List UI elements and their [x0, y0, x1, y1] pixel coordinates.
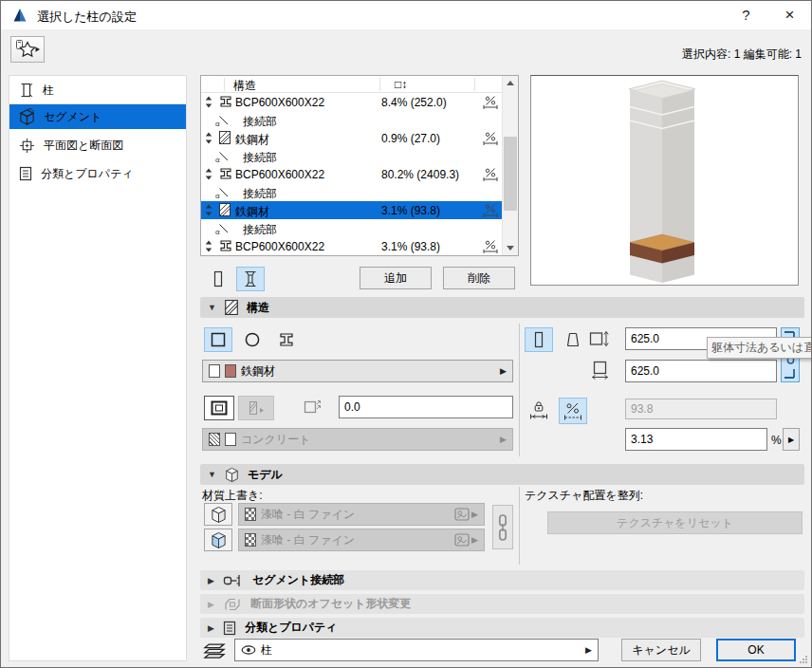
veneer-ring-icon — [210, 399, 229, 417]
surface-picker: ▶ — [454, 533, 478, 547]
surface-side-button[interactable] — [204, 529, 232, 551]
close-button[interactable]: × — [768, 1, 811, 29]
layer-value: 柱 — [261, 642, 272, 659]
reorder-handle-icon — [205, 132, 212, 144]
collapse-closed-icon: ▶ — [208, 576, 214, 585]
column-header-length-icon: □↕ — [395, 78, 407, 91]
segment-row[interactable]: BCP600X600X22 80.2% (2409.3) — [201, 165, 502, 183]
sidebar-item-label: 分類とプロパティ — [41, 166, 134, 182]
structure-section-header[interactable]: ▼ 構造 — [200, 297, 804, 318]
dropdown-arrow-icon: ▶ — [500, 435, 507, 444]
core-height-dim-icon — [589, 330, 610, 347]
surface-top-dropdown[interactable]: 漆喰 - 白 ファイン ▶ — [238, 503, 485, 526]
dropdown-arrow-icon: ▶ — [471, 510, 478, 519]
reorder-handle-icon — [205, 168, 212, 180]
percent-dimension-icon — [483, 131, 498, 145]
column-type-flared-toggle[interactable] — [236, 267, 265, 291]
core-color-swatch — [225, 433, 236, 446]
veneer-toggle-button[interactable] — [204, 396, 234, 420]
texture-align-label: テクスチャ配置を整列: — [525, 488, 643, 504]
joint-row[interactable]: 接続部 — [201, 183, 502, 201]
delete-segment-button[interactable]: 削除 — [443, 267, 515, 289]
lock-dimension-icon — [529, 401, 548, 420]
scroll-thumb[interactable] — [504, 137, 517, 211]
dialog-title: 選択した柱の設定 — [37, 9, 137, 26]
help-button[interactable]: ? — [725, 1, 767, 29]
percent-length-input[interactable] — [625, 428, 767, 451]
surface-picker: ▶ — [454, 508, 478, 521]
panel-segment-joint[interactable]: ▶ セグメント接続部 — [200, 570, 804, 590]
joint-row[interactable]: 接続部 — [201, 219, 502, 237]
sidebar-item-segment[interactable]: セグメント — [9, 104, 186, 129]
segment-name: 鉄鋼材 — [235, 204, 269, 220]
segment-box-icon — [19, 108, 35, 126]
picture-icon — [454, 533, 470, 547]
joint-row[interactable]: 接続部 — [201, 147, 502, 165]
core-material-dropdown[interactable]: コンクリート ▶ — [202, 428, 513, 451]
building-material-dropdown[interactable]: 鉄鋼材 ▶ — [202, 360, 513, 382]
column-3d-preview[interactable] — [530, 75, 799, 286]
segment-ratio: 3.1% (93.8) — [381, 204, 440, 217]
segment-table: 構造 □↕ BCP600X600X22 8.4% (252.0) 接続部 鉄鋼材… — [200, 75, 519, 256]
collapse-closed-icon: ▶ — [208, 623, 214, 633]
cancel-button[interactable]: キャンセル — [621, 639, 701, 661]
collapse-open-icon: ▼ — [208, 470, 216, 479]
scroll-down-arrow[interactable] — [503, 241, 518, 255]
reorder-handle-icon — [205, 240, 212, 252]
shape-square-toggle[interactable] — [204, 327, 232, 352]
veneer-offset-input[interactable] — [339, 396, 513, 418]
column-straight-toggle[interactable] — [525, 327, 553, 352]
shape-circle-toggle[interactable] — [238, 327, 267, 352]
panel-profile-offset[interactable]: ▶ 断面形状のオフセット形状変更 — [200, 594, 804, 614]
segment-row[interactable]: BCP600X600X22 3.1% (93.8) — [201, 237, 502, 255]
sidebar-item-plan-section[interactable]: 平面図と断面図 — [9, 133, 186, 158]
resize-grip[interactable] — [799, 655, 808, 664]
structure-section-title: 構造 — [247, 300, 269, 316]
collapse-open-icon: ▼ — [208, 303, 216, 312]
segment-row-selected[interactable]: 鉄鋼材 3.1% (93.8) — [201, 201, 502, 219]
panel-classification[interactable]: ▶ 分類とプロパティ — [200, 618, 804, 638]
selection-info: 選択内容: 1 編集可能: 1 — [682, 46, 802, 63]
surface-top-button[interactable] — [204, 503, 232, 526]
segment-ratio: 8.4% (252.0) — [381, 96, 447, 109]
material-override-label: 材質上書き: — [202, 488, 263, 504]
collapse-closed-icon: ▶ — [208, 600, 214, 609]
fixed-length-toggle[interactable] — [525, 398, 553, 424]
reset-texture-button[interactable]: テクスチャをリセット — [547, 511, 803, 534]
segment-ratio: 80.2% (2409.3) — [381, 168, 459, 181]
percent-options-button[interactable]: ▶ — [783, 428, 800, 451]
document-lines-icon — [19, 166, 32, 181]
segment-row[interactable]: BCP600X600X22 8.4% (252.0) — [201, 93, 502, 111]
ibeam-shape-icon — [278, 331, 295, 348]
percent-length-toggle[interactable] — [559, 398, 587, 424]
segment-table-header: 構造 □↕ — [201, 76, 502, 93]
column-type-simple-toggle[interactable] — [204, 267, 232, 291]
ok-button[interactable]: OK — [716, 639, 796, 661]
surface-checker-swatch — [245, 508, 256, 521]
sidebar-item-label: 平面図と断面図 — [44, 138, 123, 154]
table-scrollbar[interactable] — [502, 76, 518, 255]
panel-title: 分類とプロパティ — [245, 620, 338, 636]
header-separator — [224, 78, 225, 91]
layers-icon — [202, 640, 227, 660]
core-width-input[interactable] — [625, 360, 777, 382]
segment-row[interactable]: 鉄鋼材 0.9% (27.0) — [201, 129, 502, 147]
favorites-button[interactable] — [10, 36, 45, 63]
sidebar-item-classification[interactable]: 分類とプロパティ — [9, 161, 186, 186]
sidebar-item-column[interactable]: 柱 — [9, 78, 186, 102]
panel-title: 断面形状のオフセット形状変更 — [250, 596, 412, 612]
add-segment-button[interactable]: 追加 — [360, 267, 432, 289]
profile-icon — [219, 95, 232, 108]
veneer-offset-icon — [303, 398, 322, 415]
model-section-header[interactable]: ▼ モデル — [200, 464, 804, 485]
scroll-up-arrow[interactable] — [503, 76, 518, 90]
shape-profile-toggle[interactable] — [272, 327, 301, 352]
column-tapered-toggle[interactable] — [559, 327, 587, 352]
joint-row[interactable]: 接続部 — [201, 111, 502, 129]
fixed-length-field[interactable] — [625, 399, 777, 419]
veneer-type-button[interactable] — [238, 396, 274, 420]
layer-dropdown[interactable]: 柱 ▶ — [234, 639, 599, 661]
link-surfaces-button[interactable] — [492, 505, 513, 549]
surface-side-dropdown[interactable]: 漆喰 - 白 ファイン ▶ — [238, 529, 485, 551]
material-color-swatch — [225, 364, 236, 378]
